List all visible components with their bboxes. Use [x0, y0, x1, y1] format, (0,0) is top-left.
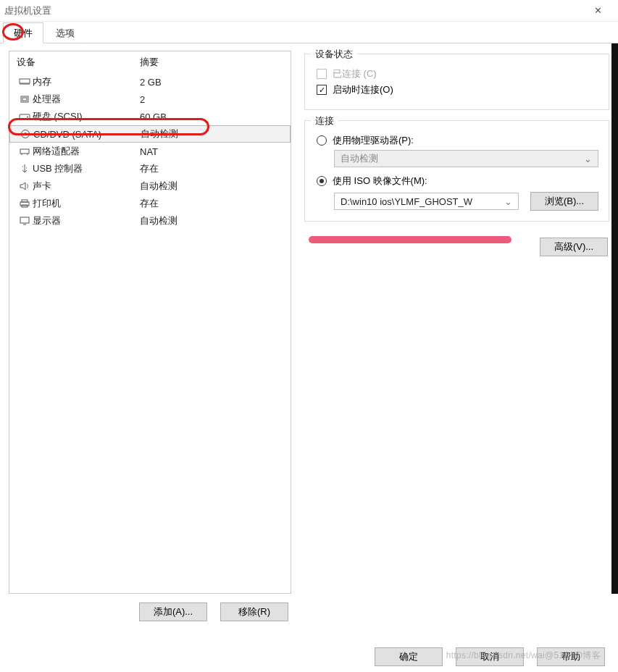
window-title: 虚拟机设置 [4, 4, 51, 17]
group-legend: 设备状态 [311, 48, 357, 61]
memory-icon [17, 77, 33, 87]
svg-point-5 [22, 130, 30, 138]
device-row-soundcard[interactable]: 声卡 自动检测 [9, 177, 291, 195]
tab-row: 硬件 选项 [0, 22, 618, 43]
device-summary: 存在 [140, 197, 283, 210]
side-dark-strip [611, 43, 618, 594]
device-row-cddvd[interactable]: CD/DVD (SATA) 自动检测 [9, 125, 291, 143]
radio-physical[interactable]: 使用物理驱动器(P): [317, 134, 597, 147]
connect-poweron-label: 启动时连接(O) [333, 83, 393, 96]
device-summary: 自动检测 [140, 214, 283, 227]
radio-iso[interactable]: 使用 ISO 映像文件(M): [317, 175, 597, 188]
device-summary: 自动检测 [140, 180, 283, 193]
chevron-down-icon: ⌄ [504, 196, 512, 207]
close-icon[interactable]: ✕ [583, 5, 612, 16]
device-summary: 60 GB [140, 112, 283, 122]
header-device: 设备 [17, 56, 140, 69]
ok-button[interactable]: 确定 [375, 647, 443, 666]
device-name: USB 控制器 [33, 162, 140, 175]
chevron-down-icon: ⌄ [584, 154, 592, 164]
connect-poweron-checkbox[interactable]: ✓ 启动时连接(O) [317, 83, 597, 96]
device-row-harddisk[interactable]: 硬盘 (SCSI) 60 GB [9, 108, 291, 125]
disc-icon [17, 129, 33, 139]
browse-button[interactable]: 浏览(B)... [530, 192, 598, 211]
device-name: 网络适配器 [33, 145, 140, 158]
physical-label: 使用物理驱动器(P): [333, 134, 414, 147]
harddisk-icon [17, 112, 33, 122]
device-name: 声卡 [33, 180, 140, 193]
device-summary: 存在 [140, 162, 283, 175]
header-summary: 摘要 [140, 56, 283, 69]
connected-label: 已连接 (C) [333, 67, 377, 80]
svg-point-4 [27, 117, 28, 118]
tab-options[interactable]: 选项 [45, 22, 85, 43]
list-header: 设备 摘要 [9, 51, 291, 73]
checkbox-icon: ✓ [317, 85, 327, 95]
remove-button[interactable]: 移除(R) [220, 602, 288, 621]
device-row-processor[interactable]: 处理器 2 [9, 91, 291, 108]
sound-icon [17, 181, 33, 191]
device-summary: 2 [140, 94, 283, 105]
device-row-usb[interactable]: USB 控制器 存在 [9, 160, 291, 177]
help-button[interactable]: 帮助 [537, 647, 605, 666]
svg-rect-0 [20, 79, 30, 83]
add-button[interactable]: 添加(A)... [139, 602, 207, 621]
device-name: 打印机 [33, 197, 140, 210]
svg-rect-2 [22, 98, 27, 101]
cpu-icon [17, 94, 33, 104]
network-icon [17, 146, 33, 156]
connected-checkbox[interactable]: 已连接 (C) [317, 67, 597, 80]
iso-path-select[interactable]: D:\win10 ios\YLMF_GHOST_W ⌄ [334, 193, 519, 210]
device-list: 设备 摘要 内存 2 GB 处理器 2 硬盘 (SCSI) 60 GB CD/D… [9, 51, 291, 594]
advanced-button[interactable]: 高级(V)... [540, 238, 608, 256]
titlebar: 虚拟机设置 ✕ [0, 0, 618, 22]
printer-icon [17, 198, 33, 209]
device-row-printer[interactable]: 打印机 存在 [9, 195, 291, 212]
device-name: 显示器 [33, 214, 140, 227]
cancel-button[interactable]: 取消 [456, 647, 524, 666]
display-icon [17, 216, 33, 226]
device-summary: NAT [140, 146, 283, 157]
usb-icon [17, 164, 33, 174]
radio-icon [317, 135, 327, 146]
group-legend: 连接 [311, 114, 338, 127]
device-summary: 自动检测 [141, 127, 283, 140]
device-row-memory[interactable]: 内存 2 GB [9, 73, 291, 91]
dialog-footer: 确定 取消 帮助 [375, 647, 605, 666]
device-name: 内存 [33, 75, 140, 88]
physical-drive-select[interactable]: 自动检测 ⌄ [334, 150, 598, 167]
device-name: 硬盘 (SCSI) [33, 110, 140, 123]
device-status-group: 设备状态 已连接 (C) ✓ 启动时连接(O) [304, 54, 609, 110]
connection-group: 连接 使用物理驱动器(P): 自动检测 ⌄ 使用 ISO 映像文件(M): D:… [304, 120, 609, 222]
iso-label: 使用 ISO 映像文件(M): [333, 175, 427, 188]
svg-rect-9 [22, 200, 28, 202]
radio-icon [317, 176, 327, 186]
svg-rect-7 [20, 149, 29, 154]
device-row-network[interactable]: 网络适配器 NAT [9, 143, 291, 160]
tab-hardware[interactable]: 硬件 [3, 22, 43, 43]
device-summary: 2 GB [140, 77, 283, 88]
checkbox-icon [317, 69, 327, 79]
iso-path-value: D:\win10 ios\YLMF_GHOST_W [341, 196, 472, 207]
device-name: CD/DVD (SATA) [33, 129, 141, 140]
device-row-display[interactable]: 显示器 自动检测 [9, 212, 291, 230]
physical-drive-value: 自动检测 [341, 152, 378, 165]
device-name: 处理器 [33, 93, 140, 106]
svg-point-6 [25, 133, 27, 135]
svg-rect-11 [20, 217, 29, 223]
